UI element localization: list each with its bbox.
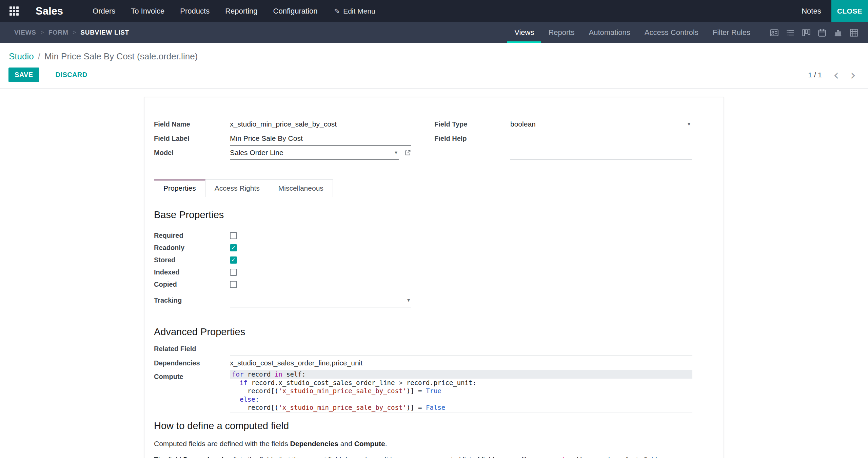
menu-item-configuration[interactable]: Configuration — [265, 0, 326, 22]
menu-item-to-invoice[interactable]: To Invoice — [123, 0, 172, 22]
studio-bar: VIEWS > FORM > SUBVIEW LIST Views Report… — [0, 22, 868, 43]
notes-menu-item[interactable]: Notes — [791, 0, 831, 22]
field-form-sheet: Field Name x_studio_min_price_sale_by_co… — [144, 97, 724, 458]
compute-row: Compute for record in self: if record.x_… — [154, 370, 692, 413]
model-select[interactable]: Sales Order Line ▾ — [230, 146, 399, 160]
pencil-icon: ✎ — [334, 7, 340, 15]
kanban-view-icon[interactable] — [802, 28, 811, 37]
tracking-select[interactable]: ▾ — [230, 293, 411, 307]
chevron-down-icon[interactable]: ▾ — [395, 149, 399, 156]
chevron-down-icon[interactable]: ▾ — [688, 121, 692, 127]
menu-item-reporting[interactable]: Reporting — [217, 0, 265, 22]
properties-tab-page: Base Properties Required Readonly Stored… — [154, 209, 692, 458]
form-left-column: Field Name x_studio_min_price_sale_by_co… — [154, 117, 411, 160]
studio-tab-views[interactable]: Views — [507, 22, 541, 43]
field-help-input[interactable] — [510, 131, 692, 160]
indexed-label: Indexed — [154, 268, 230, 276]
studio-tabs: Views Reports Automations Access Control… — [507, 22, 868, 43]
edit-menu-label: Edit Menu — [343, 7, 375, 15]
menu-item-orders[interactable]: Orders — [85, 0, 123, 22]
view-type-switcher — [757, 22, 868, 43]
studio-tab-filter-rules[interactable]: Filter Rules — [706, 22, 757, 43]
studio-tab-access-controls[interactable]: Access Controls — [637, 22, 706, 43]
field-type-value: boolean — [510, 120, 536, 128]
required-label: Required — [154, 232, 230, 240]
code-line: record[('x_studio_min_price_sale_by_cost… — [230, 403, 692, 412]
breadcrumb-separator-icon: > — [73, 29, 76, 36]
app-brand[interactable]: Sales — [36, 5, 63, 17]
code-line: record[('x_studio_min_price_sale_by_cost… — [230, 387, 692, 395]
content-area: Field Name x_studio_min_price_sale_by_co… — [0, 89, 868, 458]
studio-crumb-views[interactable]: VIEWS — [14, 29, 36, 36]
advanced-properties-group: Related Field Dependencies x_studio_cost… — [154, 342, 692, 413]
indexed-checkbox[interactable] — [230, 269, 237, 276]
studio-crumb-subview-list: SUBVIEW LIST — [80, 29, 129, 36]
field-form-grid: Field Name x_studio_min_price_sale_by_co… — [154, 117, 692, 160]
graph-view-icon[interactable] — [833, 28, 843, 37]
field-label-row: Field Label Min Price Sale By Cost — [154, 131, 411, 146]
control-buttons: SAVE DISCARD 1 / 1 ‹ › — [0, 68, 868, 82]
save-button[interactable]: SAVE — [8, 68, 39, 82]
chevron-left-icon[interactable]: ‹ — [833, 70, 839, 80]
stored-label: Stored — [154, 256, 230, 264]
compute-label: Compute — [154, 370, 230, 381]
tab-properties[interactable]: Properties — [154, 179, 205, 197]
breadcrumb: Studio / Min Price Sale By Cost (sale.or… — [0, 43, 868, 62]
compute-code-editor[interactable]: for record in self: if record.x_studio_c… — [230, 370, 692, 413]
stored-checkbox[interactable] — [230, 256, 237, 264]
model-label: Model — [154, 149, 230, 157]
menu-item-products[interactable]: Products — [172, 0, 217, 22]
help-section-title: How to define a computed field — [154, 420, 692, 432]
dependencies-input[interactable]: x_studio_cost_sales_order_line,price_uni… — [230, 356, 692, 370]
apps-grid-icon[interactable] — [9, 6, 19, 16]
dependencies-label: Dependencies — [154, 359, 230, 367]
discard-button[interactable]: DISCARD — [54, 71, 90, 79]
base-properties-group: Required Readonly Stored Indexed Copied — [154, 229, 692, 307]
help-paragraph-2: The field Dependencies lists the fields … — [154, 454, 692, 458]
copied-checkbox[interactable] — [230, 281, 237, 288]
breadcrumb-studio-link[interactable]: Studio — [9, 51, 34, 62]
tracking-row: Tracking ▾ — [154, 293, 692, 307]
external-link-icon[interactable] — [404, 149, 411, 156]
required-checkbox[interactable] — [230, 232, 237, 239]
edit-menu-button[interactable]: ✎ Edit Menu — [334, 7, 375, 15]
base-properties-title: Base Properties — [154, 209, 692, 221]
studio-tab-automations[interactable]: Automations — [582, 22, 637, 43]
control-panel: Studio / Min Price Sale By Cost (sale.or… — [0, 43, 868, 89]
top-menu: Orders To Invoice Products Reporting Con… — [85, 0, 325, 22]
code-line: else: — [230, 395, 692, 404]
chevron-right-icon[interactable]: › — [850, 70, 856, 80]
field-label-input[interactable]: Min Price Sale By Cost — [230, 131, 411, 146]
dependencies-row: Dependencies x_studio_cost_sales_order_l… — [154, 356, 692, 370]
pivot-view-icon[interactable] — [849, 28, 859, 37]
copied-row: Copied — [154, 278, 692, 290]
breadcrumb-slash: / — [38, 51, 40, 62]
field-help-label: Field Help — [434, 131, 510, 160]
studio-tab-reports[interactable]: Reports — [541, 22, 581, 43]
form-view-icon[interactable] — [770, 28, 779, 37]
readonly-label: Readonly — [154, 244, 230, 252]
copied-label: Copied — [154, 281, 230, 288]
field-help-row: Field Help — [434, 131, 692, 160]
list-view-icon[interactable] — [786, 28, 795, 37]
field-type-row: Field Type boolean ▾ — [434, 117, 692, 131]
related-field-input[interactable] — [230, 342, 692, 356]
related-field-label: Related Field — [154, 345, 230, 353]
field-name-input[interactable]: x_studio_min_price_sale_by_cost — [230, 117, 411, 131]
chevron-down-icon[interactable]: ▾ — [407, 297, 411, 303]
form-right-column: Field Type boolean ▾ Field Help — [434, 117, 692, 160]
field-type-select[interactable]: boolean ▾ — [510, 117, 692, 131]
readonly-row: Readonly — [154, 242, 692, 254]
tab-miscellaneous[interactable]: Miscellaneous — [269, 179, 333, 197]
readonly-checkbox[interactable] — [230, 244, 237, 251]
page-title: Min Price Sale By Cost (sale.order.line) — [44, 51, 198, 62]
tab-access-rights[interactable]: Access Rights — [205, 179, 269, 197]
pager-count: 1 / 1 — [808, 71, 822, 79]
tracking-label: Tracking — [154, 297, 230, 304]
calendar-view-icon[interactable] — [817, 28, 827, 37]
studio-crumb-form[interactable]: FORM — [48, 29, 68, 36]
code-line: if record.x_studio_cost_sales_order_line… — [230, 379, 692, 387]
close-studio-button[interactable]: CLOSE — [831, 0, 868, 22]
field-type-label: Field Type — [434, 120, 510, 128]
related-field-row: Related Field — [154, 342, 692, 356]
